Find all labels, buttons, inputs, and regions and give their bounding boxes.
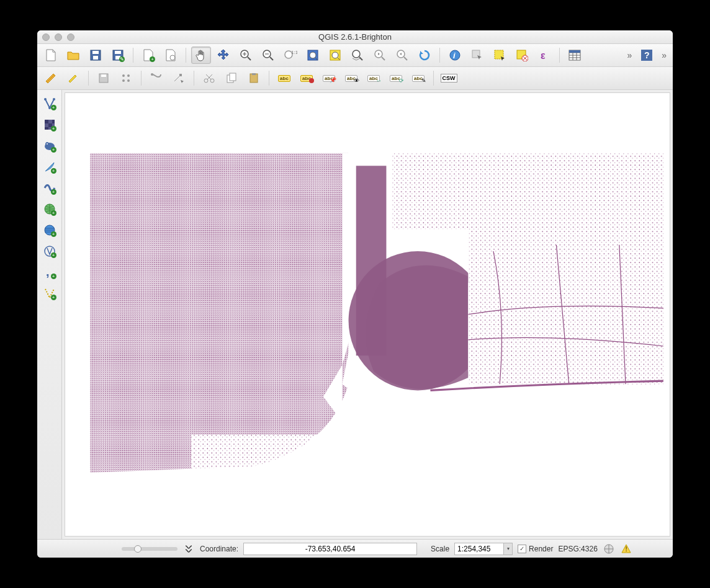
- move-feature-button[interactable]: [146, 69, 166, 87]
- map-canvas[interactable]: [65, 92, 670, 537]
- zoom-back-icon: [373, 48, 387, 62]
- render-toggle[interactable]: ✓ Render: [518, 545, 553, 553]
- toolbar-overflow[interactable]: »: [624, 50, 634, 60]
- pan-to-selection-button[interactable]: [213, 47, 233, 64]
- save-edits-button[interactable]: [94, 69, 114, 87]
- composer-manager-button[interactable]: [161, 47, 181, 64]
- titlebar: QGIS 2.6.1-Brighton: [37, 30, 673, 44]
- label-show-button[interactable]: abc👁: [341, 69, 361, 87]
- svg-rect-30: [101, 74, 106, 77]
- zoom-out-button[interactable]: [258, 47, 278, 64]
- separator: [194, 71, 194, 86]
- svg-point-33: [122, 79, 125, 82]
- svg-rect-71: [393, 153, 663, 229]
- zoom-full-icon: [306, 48, 320, 62]
- svg-point-45: [48, 107, 51, 109]
- document-plus-icon: +: [142, 48, 155, 62]
- add-spatialite-button[interactable]: +: [41, 158, 58, 176]
- svg-point-31: [122, 74, 125, 77]
- cut-button[interactable]: [199, 69, 219, 87]
- zoom-layer-button[interactable]: [348, 47, 367, 64]
- zoom-in-icon: [239, 48, 253, 62]
- svg-rect-36: [179, 74, 182, 76]
- zoom-out-icon: [261, 48, 275, 62]
- add-wfs-button[interactable]: +: [41, 243, 58, 260]
- scale-dropdown[interactable]: ▾: [504, 543, 513, 555]
- add-feature-button[interactable]: [116, 69, 136, 87]
- svg-text:?: ?: [644, 50, 650, 60]
- identify-button[interactable]: i: [445, 47, 465, 64]
- separator: [141, 71, 142, 86]
- select-rect-icon: [493, 48, 506, 62]
- add-mssql-button[interactable]: +: [41, 179, 58, 197]
- node-tool-button[interactable]: [169, 69, 189, 87]
- elephant-icon: +: [43, 139, 56, 153]
- main-area: + + + + + + + + ,+ +: [37, 90, 673, 539]
- add-vector-button[interactable]: +: [41, 95, 58, 112]
- paste-button[interactable]: [244, 69, 264, 87]
- svg-text:1:1: 1:1: [291, 50, 297, 55]
- open-project-button[interactable]: [63, 47, 83, 64]
- svg-rect-47: [48, 120, 52, 123]
- svg-rect-48: [52, 120, 55, 123]
- add-wcs-button[interactable]: +: [41, 221, 58, 239]
- svg-point-44: [53, 98, 55, 100]
- separator: [186, 48, 186, 63]
- zoom-full-button[interactable]: [303, 47, 323, 64]
- node-icon: [172, 71, 186, 85]
- vector-dashed-icon: +: [43, 287, 56, 300]
- vector-v-icon: +: [43, 97, 56, 110]
- zoom-last-button[interactable]: [370, 47, 390, 64]
- copy-button[interactable]: [222, 69, 241, 87]
- hand-icon: [194, 48, 208, 62]
- add-postgis-button[interactable]: +: [41, 137, 58, 154]
- label-highlight-button[interactable]: abc: [297, 69, 317, 87]
- csw-button[interactable]: CSW: [439, 69, 459, 87]
- toggle-editing-button[interactable]: [63, 69, 83, 87]
- add-virtual-button[interactable]: +: [41, 285, 58, 302]
- deselect-button[interactable]: [512, 47, 532, 64]
- add-wms-button[interactable]: +: [41, 200, 58, 218]
- crs-label: EPSG:4326: [558, 545, 597, 553]
- checkbox-icon: ✓: [518, 545, 526, 553]
- select-rectangle-button[interactable]: [490, 47, 510, 64]
- refresh-icon: [418, 48, 431, 62]
- toggle-extents-button[interactable]: [182, 543, 195, 555]
- zoom-selection-button[interactable]: [325, 47, 345, 64]
- current-edits-button[interactable]: [41, 69, 61, 87]
- separator: [269, 71, 269, 86]
- label-rotate-button[interactable]: abc⟳: [386, 69, 406, 87]
- copy-icon: [225, 71, 238, 85]
- label-pin-button[interactable]: abc📌: [319, 69, 339, 87]
- zoom-in-button[interactable]: [236, 47, 256, 64]
- messages-button[interactable]: !: [620, 543, 632, 555]
- attribute-table-button[interactable]: [565, 47, 585, 64]
- zoom-next-button[interactable]: [392, 47, 412, 64]
- svg-text:!: !: [625, 546, 627, 553]
- label-move-button[interactable]: abc↔: [364, 69, 384, 87]
- toolbar-overflow-2[interactable]: »: [659, 50, 669, 60]
- coordinate-input[interactable]: [243, 543, 417, 555]
- expression-select-button[interactable]: ε: [534, 47, 554, 64]
- dots-icon: [119, 71, 133, 85]
- pan-button[interactable]: [191, 47, 211, 64]
- zoom-native-button[interactable]: 1:1: [281, 47, 300, 64]
- label-layer-button[interactable]: abc: [274, 69, 294, 87]
- help-button[interactable]: ?: [637, 47, 657, 64]
- globe-icon: +: [43, 202, 56, 216]
- new-project-button[interactable]: [41, 47, 61, 64]
- add-delimited-button[interactable]: ,+: [41, 264, 58, 281]
- crs-button[interactable]: [603, 543, 615, 555]
- add-raster-button[interactable]: +: [41, 116, 58, 133]
- refresh-button[interactable]: [415, 47, 434, 64]
- select-feature-button[interactable]: [467, 47, 487, 64]
- print-composer-button[interactable]: +: [138, 47, 158, 64]
- progress-slider[interactable]: [122, 547, 178, 551]
- save-as-button[interactable]: ✎: [108, 47, 128, 64]
- svg-rect-4: [115, 51, 121, 54]
- svg-point-43: [44, 98, 47, 100]
- label-change-button[interactable]: abc✎: [408, 69, 428, 87]
- save-project-button[interactable]: [86, 47, 106, 64]
- scale-input[interactable]: [454, 543, 504, 555]
- table-icon: [568, 48, 582, 62]
